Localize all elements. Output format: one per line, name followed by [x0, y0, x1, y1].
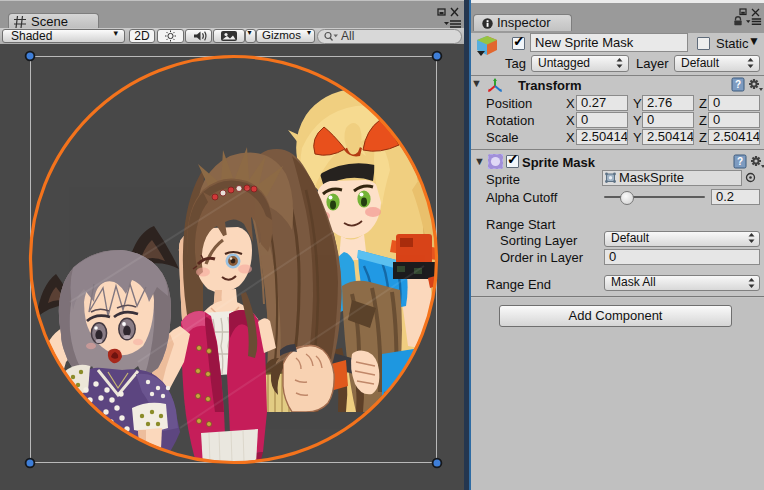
- svg-text:?: ?: [735, 79, 741, 90]
- svg-text:?: ?: [737, 156, 743, 167]
